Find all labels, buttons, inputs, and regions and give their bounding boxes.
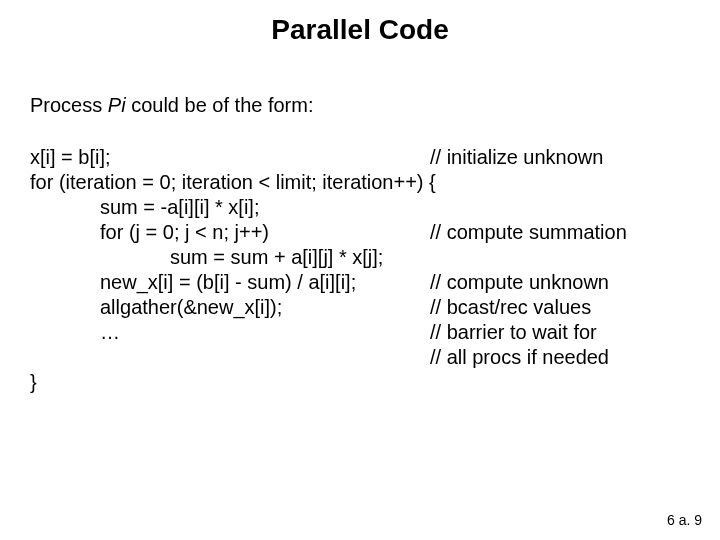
code-line: …// barrier to wait for xyxy=(30,320,720,345)
code-line: sum = -a[i][i] * x[i]; xyxy=(30,195,720,220)
code-text: … xyxy=(100,320,430,345)
code-text: new_x[i] = (b[i] - sum) / a[i][i]; xyxy=(100,270,430,295)
code-text: x[i] = b[i]; xyxy=(30,145,430,170)
code-comment: // barrier to wait for xyxy=(430,320,597,345)
slide: Parallel Code Process Pi could be of the… xyxy=(0,0,720,540)
code-comment: // compute unknown xyxy=(430,270,609,295)
code-comment: // all procs if needed xyxy=(430,345,609,370)
code-text: for (j = 0; j < n; j++) xyxy=(100,220,430,245)
code-line: for (iteration = 0; iteration < limit; i… xyxy=(30,170,720,195)
code-comment: // bcast/rec values xyxy=(430,295,591,320)
code-line: sum = sum + a[i][j] * x[j]; xyxy=(30,245,720,270)
intro-line: Process Pi could be of the form: xyxy=(0,46,720,117)
code-line: for (j = 0; j < n; j++)// compute summat… xyxy=(30,220,720,245)
code-line: new_x[i] = (b[i] - sum) / a[i][i];// com… xyxy=(30,270,720,295)
intro-prefix: Process xyxy=(30,94,108,116)
code-line: } xyxy=(30,370,720,395)
code-line: // all procs if needed xyxy=(30,345,720,370)
slide-title: Parallel Code xyxy=(0,0,720,46)
code-line: x[i] = b[i];// initialize unknown xyxy=(30,145,720,170)
code-line: allgather(&new_x[i]);// bcast/rec values xyxy=(30,295,720,320)
code-text: allgather(&new_x[i]); xyxy=(100,295,430,320)
slide-number: 6 a. 9 xyxy=(667,512,702,528)
code-block: x[i] = b[i];// initialize unknown for (i… xyxy=(0,117,720,395)
code-comment: // compute summation xyxy=(430,220,627,245)
code-comment: // initialize unknown xyxy=(430,145,603,170)
intro-suffix: could be of the form: xyxy=(126,94,314,116)
intro-pi: Pi xyxy=(108,94,126,116)
